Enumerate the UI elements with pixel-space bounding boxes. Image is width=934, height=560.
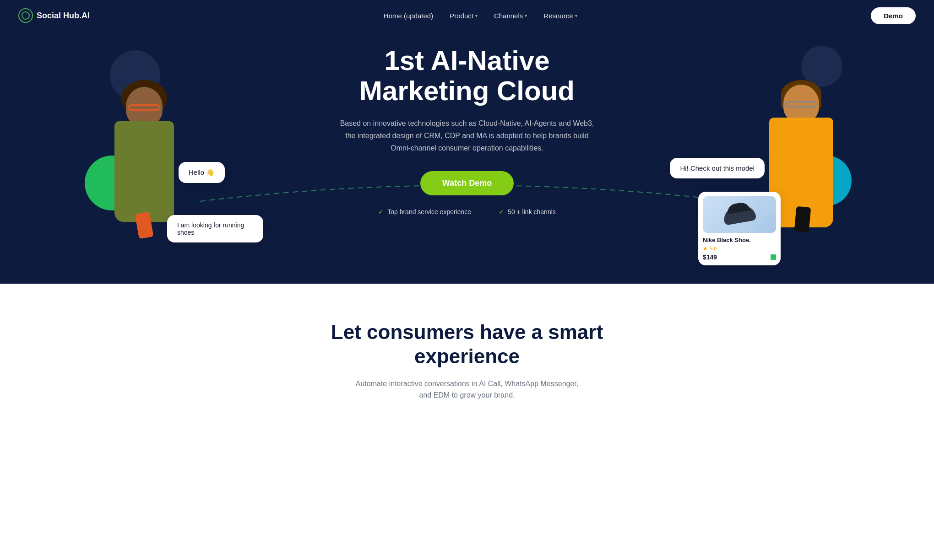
demo-button[interactable]: Demo <box>871 7 916 24</box>
product-available-indicator <box>771 254 776 260</box>
star-icon: ★ <box>703 245 708 252</box>
nav-channels[interactable]: Channels ▾ <box>494 12 527 20</box>
hero-checks: ✓ Top brand service experience ✓ 50 + li… <box>339 208 595 215</box>
channels-chevron-icon: ▾ <box>525 13 527 18</box>
nav-product[interactable]: Product ▾ <box>450 12 478 20</box>
logo-icon <box>18 8 33 23</box>
hero-content: 1st AI-Native Marketing Cloud Based on i… <box>339 46 595 215</box>
bottom-section: Let consumers have a smart experience Au… <box>0 284 934 429</box>
check-brand-label: Top brand service experience <box>387 208 471 215</box>
person-left-figure <box>85 87 204 284</box>
hero-title-line2: Marketing Cloud <box>359 75 575 106</box>
nav-resource-label: Resource <box>543 12 573 20</box>
hero-section: 1st AI-Native Marketing Cloud Based on i… <box>0 0 934 284</box>
nav-product-label: Product <box>450 12 473 20</box>
product-card: Nike Black Shoe. ★ 5.0 $149 <box>698 192 781 265</box>
person-left <box>85 87 204 284</box>
check-channels-label: 50 + link channls <box>508 208 556 215</box>
bottom-title-line1: Let consumers have a smart <box>331 321 603 343</box>
logo[interactable]: Social Hub.AI <box>18 8 90 23</box>
head-right <box>783 85 819 122</box>
product-chevron-icon: ▾ <box>475 13 478 18</box>
head-left <box>126 87 163 126</box>
bottom-title: Let consumers have a smart experience <box>18 320 916 369</box>
chat-shoes-text: I am looking for running shoes <box>177 221 244 236</box>
phone-left <box>135 212 153 239</box>
chat-hi-text: Hi! Check out this model <box>680 164 755 172</box>
hero-title: 1st AI-Native Marketing Cloud <box>339 46 595 106</box>
phone-right <box>794 206 811 233</box>
nav-channels-link[interactable]: Channels ▾ <box>494 12 527 20</box>
nav-links: Home (updated) Product ▾ Channels ▾ Reso… <box>384 12 577 20</box>
chat-hello-text: Hello 👋 <box>189 168 215 176</box>
watch-demo-button[interactable]: Watch Demo <box>420 171 514 195</box>
body-left <box>114 121 174 222</box>
nav-home-label: Home (updated) <box>384 12 433 20</box>
product-price: $149 <box>703 253 717 261</box>
nav-home-link[interactable]: Home (updated) <box>384 12 433 20</box>
resource-chevron-icon: ▾ <box>575 13 577 18</box>
check-channels: ✓ 50 + link channls <box>499 208 556 215</box>
nav-resource-link[interactable]: Resource ▾ <box>543 12 577 20</box>
chat-bubble-hello: Hello 👋 <box>179 162 225 183</box>
bottom-subtitle: Automate interactive conversations in AI… <box>353 378 581 401</box>
check-icon-channels: ✓ <box>499 208 504 215</box>
product-rating: ★ 5.0 <box>703 245 776 252</box>
nav-product-link[interactable]: Product ▾ <box>450 12 478 20</box>
glasses-left <box>128 104 160 111</box>
product-name: Nike Black Shoe. <box>703 237 776 243</box>
nav-channels-label: Channels <box>494 12 523 20</box>
check-icon-brand: ✓ <box>378 208 384 215</box>
chat-bubble-shoes: I am looking for running shoes <box>167 215 263 242</box>
chat-bubble-hi: Hi! Check out this model <box>670 158 765 178</box>
navbar: Social Hub.AI Home (updated) Product ▾ C… <box>0 0 934 31</box>
hero-subtitle: Based on innovative technologies such as… <box>339 117 595 155</box>
rating-value: 5.0 <box>710 246 717 251</box>
shoe-icon <box>722 204 756 226</box>
hero-title-line1: 1st AI-Native <box>384 45 549 76</box>
bottom-title-line2: experience <box>414 345 520 367</box>
product-price-row: $149 <box>703 253 776 261</box>
product-card-image <box>703 196 776 233</box>
logo-text: Social Hub.AI <box>37 11 90 21</box>
nav-resource[interactable]: Resource ▾ <box>543 12 577 20</box>
glasses-right <box>786 101 817 108</box>
check-brand: ✓ Top brand service experience <box>378 208 471 215</box>
nav-home[interactable]: Home (updated) <box>384 12 433 20</box>
